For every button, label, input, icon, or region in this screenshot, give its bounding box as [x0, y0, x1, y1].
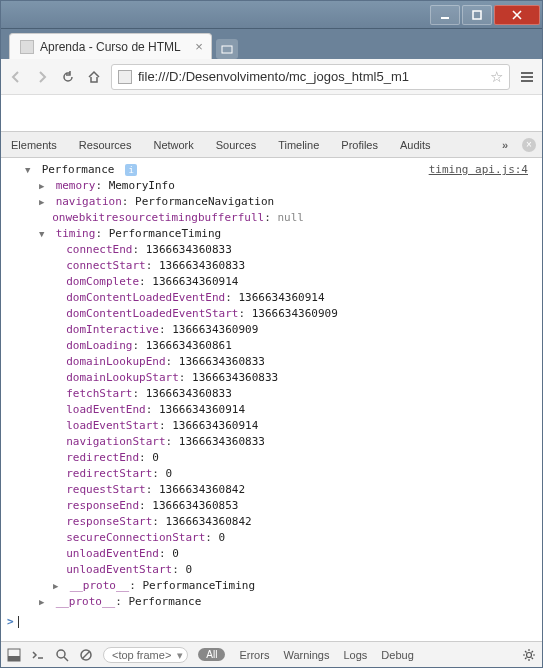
- reload-button[interactable]: [59, 68, 77, 86]
- timing-entry: redirectEnd: 0: [7, 450, 536, 466]
- timing-entry: domLoading: 1366634360861: [7, 338, 536, 354]
- svg-point-7: [527, 652, 532, 657]
- timing-entry: loadEventStart: 1366634360914: [7, 418, 536, 434]
- devtools-overflow-button[interactable]: »: [502, 139, 508, 151]
- tab-title: Aprenda - Curso de HTML: [40, 40, 181, 54]
- timing-entry: domainLookupStart: 1366634360833: [7, 370, 536, 386]
- object-property-timing[interactable]: timing: PerformanceTiming: [7, 226, 536, 242]
- filter-warnings[interactable]: Warnings: [283, 649, 329, 661]
- devtools-tab-resources[interactable]: Resources: [75, 139, 136, 151]
- timing-entry: secureConnectionStart: 0: [7, 530, 536, 546]
- timing-entry: responseStart: 1366634360842: [7, 514, 536, 530]
- search-button[interactable]: [55, 648, 69, 662]
- hamburger-icon: [519, 69, 535, 85]
- timing-entry: fetchStart: 1366634360833: [7, 386, 536, 402]
- toggle-console-button[interactable]: [31, 648, 45, 662]
- disclosure-triangle-icon[interactable]: [39, 226, 49, 242]
- tab-close-button[interactable]: ×: [195, 39, 203, 54]
- filter-errors[interactable]: Errors: [239, 649, 269, 661]
- close-button[interactable]: [494, 5, 540, 25]
- disclosure-triangle-icon[interactable]: [25, 162, 35, 178]
- dock-button[interactable]: [7, 648, 21, 662]
- new-tab-button[interactable]: [216, 39, 238, 59]
- devtools-tab-profiles[interactable]: Profiles: [337, 139, 382, 151]
- source-link[interactable]: timing api.js:4: [429, 162, 528, 178]
- devtools-panel: Elements Resources Network Sources Timel…: [1, 131, 542, 667]
- object-property[interactable]: navigation: PerformanceNavigation: [7, 194, 536, 210]
- no-entry-icon: [79, 648, 93, 662]
- devtools-tab-sources[interactable]: Sources: [212, 139, 260, 151]
- timing-entry: connectEnd: 1366634360833: [7, 242, 536, 258]
- maximize-button[interactable]: [462, 5, 492, 25]
- address-bar[interactable]: file:///D:/Desenvolvimento/mc_jogos_html…: [111, 64, 510, 90]
- devtools-tab-timeline[interactable]: Timeline: [274, 139, 323, 151]
- home-icon: [86, 69, 102, 85]
- gear-icon: [522, 648, 536, 662]
- filter-all[interactable]: All: [198, 648, 225, 661]
- devtools-tab-elements[interactable]: Elements: [7, 139, 61, 151]
- forward-button[interactable]: [33, 68, 51, 86]
- menu-button[interactable]: [518, 68, 536, 86]
- url-text: file:///D:/Desenvolvimento/mc_jogos_html…: [138, 69, 409, 84]
- timing-entry: unloadEventStart: 0: [7, 562, 536, 578]
- dock-icon: [7, 648, 21, 662]
- home-button[interactable]: [85, 68, 103, 86]
- svg-point-5: [57, 650, 65, 658]
- new-tab-icon: [221, 43, 233, 55]
- timing-entry: requestStart: 1366634360842: [7, 482, 536, 498]
- devtools-tabs: Elements Resources Network Sources Timel…: [1, 132, 542, 158]
- svg-rect-2: [222, 46, 232, 53]
- object-property: onwebkitresourcetimingbufferfull: null: [7, 210, 536, 226]
- maximize-icon: [472, 10, 482, 20]
- disclosure-triangle-icon[interactable]: [39, 178, 49, 194]
- bookmark-star-icon[interactable]: ☆: [490, 68, 503, 86]
- timing-entry: domainLookupEnd: 1366634360833: [7, 354, 536, 370]
- object-property[interactable]: __proto__: PerformanceTiming: [7, 578, 536, 594]
- devtools-tab-network[interactable]: Network: [149, 139, 197, 151]
- disclosure-triangle-icon[interactable]: [39, 194, 49, 210]
- minimize-button[interactable]: [430, 5, 460, 25]
- page-icon: [118, 70, 132, 84]
- timing-entry: loadEventEnd: 1366634360914: [7, 402, 536, 418]
- page-content: [1, 95, 542, 131]
- page-body: Elements Resources Network Sources Timel…: [1, 95, 542, 667]
- filter-logs[interactable]: Logs: [343, 649, 367, 661]
- devtools-close-button[interactable]: ×: [522, 138, 536, 152]
- tab-strip: Aprenda - Curso de HTML ×: [1, 29, 542, 59]
- reload-icon: [60, 69, 76, 85]
- devtools-statusbar: <top frame> All Errors Warnings Logs Deb…: [1, 641, 542, 667]
- browser-toolbar: file:///D:/Desenvolvimento/mc_jogos_html…: [1, 59, 542, 95]
- browser-window: Aprenda - Curso de HTML × file:///D:/Des…: [0, 0, 543, 668]
- settings-button[interactable]: [522, 648, 536, 662]
- console-output[interactable]: timing api.js:4 Performance i memory: Me…: [1, 158, 542, 641]
- arrow-left-icon: [8, 69, 24, 85]
- frame-selector[interactable]: <top frame>: [103, 647, 188, 663]
- filter-debug[interactable]: Debug: [381, 649, 413, 661]
- timing-entry: responseEnd: 1366634360853: [7, 498, 536, 514]
- timing-entry: domComplete: 1366634360914: [7, 274, 536, 290]
- console-icon: [31, 648, 45, 662]
- disclosure-triangle-icon[interactable]: [53, 578, 63, 594]
- timing-entry: domInteractive: 1366634360909: [7, 322, 536, 338]
- back-button[interactable]: [7, 68, 25, 86]
- timing-entry: connectStart: 1366634360833: [7, 258, 536, 274]
- timing-entry: redirectStart: 0: [7, 466, 536, 482]
- minimize-icon: [440, 10, 450, 20]
- console-prompt[interactable]: >: [7, 614, 536, 630]
- devtools-tab-audits[interactable]: Audits: [396, 139, 435, 151]
- cursor-icon: [18, 616, 19, 628]
- timing-entry: domContentLoadedEventEnd: 1366634360914: [7, 290, 536, 306]
- timing-entry: navigationStart: 1366634360833: [7, 434, 536, 450]
- close-icon: [512, 10, 522, 20]
- browser-tab[interactable]: Aprenda - Curso de HTML ×: [9, 33, 212, 59]
- arrow-right-icon: [34, 69, 50, 85]
- disclosure-triangle-icon[interactable]: [39, 594, 49, 610]
- timing-entry: domContentLoadedEventStart: 136663436090…: [7, 306, 536, 322]
- search-icon: [55, 648, 69, 662]
- svg-rect-1: [473, 11, 481, 19]
- clear-console-button[interactable]: [79, 648, 93, 662]
- info-icon[interactable]: i: [125, 164, 137, 176]
- object-property[interactable]: __proto__: Performance: [7, 594, 536, 610]
- object-property[interactable]: memory: MemoryInfo: [7, 178, 536, 194]
- svg-rect-4: [8, 656, 20, 661]
